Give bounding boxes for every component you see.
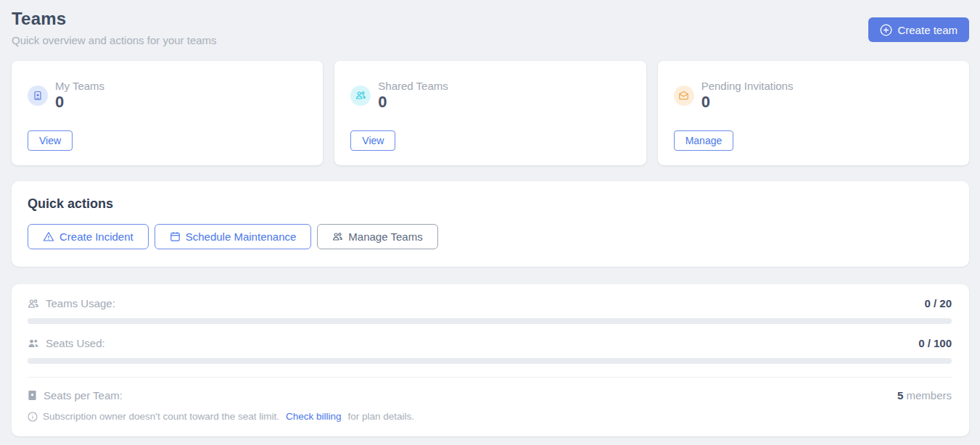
seats-used-left: Seats Used:	[28, 337, 105, 349]
pending-invitations-card: Pending Invitations 0 Manage	[658, 61, 969, 165]
card-texts: Shared Teams 0	[378, 80, 448, 111]
check-billing-link[interactable]: Check billing	[286, 411, 342, 422]
seats-used-value: 0 / 100	[918, 337, 952, 349]
seats-used-label: Seats Used:	[46, 337, 105, 349]
quick-actions-row: Create Incident Schedule Maintenance	[28, 224, 953, 249]
card-label: Pending Invitations	[701, 80, 794, 92]
teams-usage-value: 0 / 20	[924, 297, 952, 309]
seats-per-team-label: Seats per Team:	[44, 389, 123, 402]
usage-panel: Teams Usage: 0 / 20 Seats Used: 0 / 100	[12, 284, 969, 436]
stat-cards-row: My Teams 0 View Shared Teams	[12, 61, 969, 165]
teams-usage-row: Teams Usage: 0 / 20	[28, 297, 952, 309]
schedule-maintenance-button[interactable]: Schedule Maintenance	[155, 224, 312, 249]
card-value: 0	[701, 93, 794, 111]
info-icon	[28, 412, 38, 422]
card-header: Shared Teams 0	[350, 80, 630, 111]
calendar-icon	[170, 231, 181, 242]
usage-divider	[28, 377, 952, 378]
manage-teams-label: Manage Teams	[348, 230, 422, 243]
note-suffix: for plan details.	[348, 411, 415, 422]
users-icon	[350, 86, 371, 106]
card-value: 0	[378, 93, 448, 111]
page-header: Teams Quick overview and actions for you…	[12, 9, 969, 46]
create-incident-label: Create Incident	[59, 230, 133, 243]
users-filled-icon	[28, 338, 39, 349]
users-icon	[332, 232, 343, 241]
view-shared-teams-button[interactable]: View	[350, 130, 395, 151]
card-texts: My Teams 0	[55, 80, 104, 111]
badge-icon	[28, 86, 48, 106]
teams-page: Teams Quick overview and actions for you…	[0, 0, 980, 436]
teams-usage-left: Teams Usage:	[28, 297, 115, 309]
card-label: My Teams	[55, 80, 104, 92]
manage-teams-button[interactable]: Manage Teams	[317, 224, 437, 249]
card-value: 0	[55, 93, 104, 111]
seats-per-team-row: Seats per Team: 5 members	[28, 389, 952, 402]
plus-circle-icon	[880, 24, 892, 36]
page-subtitle: Quick overview and actions for your team…	[12, 34, 217, 46]
note-text: Subscription owner doesn't count toward …	[43, 411, 279, 422]
seats-used-progressbar	[28, 358, 952, 364]
create-team-button[interactable]: Create team	[868, 17, 969, 42]
manage-invitations-button[interactable]: Manage	[674, 130, 734, 151]
seat-limit-note: Subscription owner doesn't count toward …	[28, 411, 952, 422]
view-my-teams-button[interactable]: View	[28, 130, 73, 151]
schedule-maintenance-label: Schedule Maintenance	[186, 230, 297, 243]
teams-usage-progressbar	[28, 318, 952, 324]
card-texts: Pending Invitations 0	[701, 80, 794, 111]
header-text: Teams Quick overview and actions for you…	[12, 9, 217, 46]
seats-used-row: Seats Used: 0 / 100	[28, 337, 952, 349]
page-title: Teams	[12, 9, 217, 29]
mail-icon	[674, 86, 694, 106]
warning-icon	[43, 231, 54, 242]
create-team-label: Create team	[897, 24, 958, 36]
badge-gray-icon	[28, 390, 37, 401]
card-header: My Teams 0	[28, 80, 307, 111]
shared-teams-card: Shared Teams 0 View	[334, 61, 646, 165]
users-outline-icon	[28, 299, 39, 309]
quick-actions-panel: Quick actions Create Incident	[12, 181, 969, 267]
create-incident-button[interactable]: Create Incident	[28, 224, 149, 249]
teams-usage-label: Teams Usage:	[46, 297, 115, 309]
card-label: Shared Teams	[378, 80, 448, 92]
seats-per-team-left: Seats per Team:	[28, 389, 123, 402]
seats-per-team-value: 5 members	[897, 389, 952, 402]
quick-actions-title: Quick actions	[28, 196, 953, 212]
my-teams-card: My Teams 0 View	[12, 61, 323, 165]
card-header: Pending Invitations 0	[674, 80, 953, 111]
